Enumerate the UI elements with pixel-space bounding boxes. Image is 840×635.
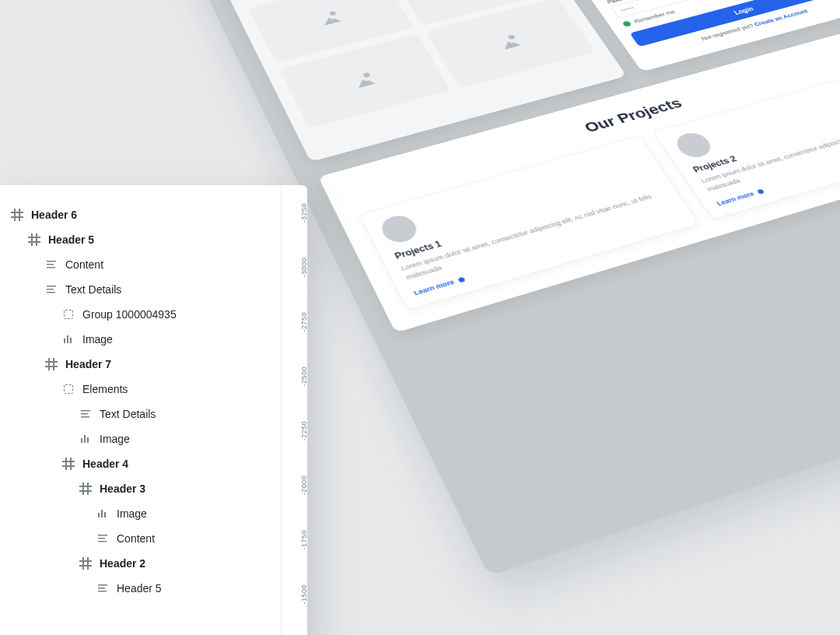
arrow-icon [757, 188, 765, 194]
lines-icon [45, 258, 58, 271]
layer-tree[interactable]: Header 6Header 5ContentText DetailsGroup… [0, 199, 299, 601]
ruler-tick: -2250 [300, 421, 307, 441]
lines-icon [45, 283, 58, 296]
arrow-icon [457, 276, 465, 282]
layer-row[interactable]: Elements [56, 377, 268, 402]
layers-panel[interactable]: Header 6Header 5ContentText DetailsGroup… [0, 185, 307, 635]
layer-row[interactable]: Text Details [73, 402, 268, 426]
frame-icon [28, 233, 40, 246]
layer-label: Elements [82, 383, 128, 395]
layer-label: Header 5 [117, 582, 162, 595]
layer-label: Header 4 [82, 458, 128, 470]
ruler-tick: -3250 [300, 203, 307, 223]
layer-label: Image [117, 507, 147, 520]
ruler-tick: -1500 [300, 584, 307, 605]
layer-row[interactable]: Content [90, 526, 268, 551]
layer-label: Text Details [100, 408, 156, 420]
layer-label: Content [65, 258, 103, 271]
layer-label: Header 3 [100, 482, 145, 495]
group-icon [62, 383, 75, 395]
frame-icon [11, 209, 23, 221]
avatar-placeholder [671, 130, 716, 161]
image-icon [318, 10, 342, 26]
layer-label: Content [117, 532, 155, 545]
password-placeholder: •••••• [619, 5, 635, 14]
layer-row[interactable]: Content [39, 252, 268, 277]
project-card[interactable]: Projects 1 Lorem ipsum dolor sit amet, c… [359, 135, 700, 310]
layer-label: Image [82, 333, 113, 346]
lines-icon [96, 582, 109, 595]
layer-row[interactable]: Group 1000004935 [56, 302, 268, 327]
avatar-placeholder [377, 212, 422, 246]
image-icon [96, 507, 109, 520]
group-icon [62, 308, 75, 321]
frame-icon [79, 557, 92, 570]
layer-label: Text Details [65, 283, 121, 296]
layer-row[interactable]: Header 6 [5, 202, 268, 227]
check-icon [622, 21, 632, 28]
layer-row[interactable]: Header 5 [22, 227, 268, 252]
frame-icon [45, 358, 58, 370]
ruler-tick: -2750 [300, 312, 307, 332]
image-icon [62, 333, 75, 346]
learn-label: Learn more [716, 191, 756, 207]
frame-icon [62, 458, 75, 470]
avatar-placeholder [240, 0, 278, 1]
layer-row[interactable]: Header 4 [56, 451, 268, 476]
layer-label: Header 6 [31, 209, 77, 221]
project-desc: Lorem ipsum dolor sit amet, consectetur … [400, 189, 672, 282]
image-icon [79, 433, 92, 445]
layer-row[interactable]: Header 5 [90, 576, 268, 601]
login-btn-label: Login [733, 6, 755, 16]
layer-row[interactable]: Image [56, 327, 268, 352]
image-icon [497, 33, 523, 49]
layer-label: Header 2 [100, 557, 145, 570]
layer-row[interactable]: Image [73, 426, 268, 451]
layer-row[interactable]: Header 7 [39, 352, 268, 377]
layer-label: Image [100, 433, 130, 445]
layer-row[interactable]: Header 2 [73, 551, 268, 576]
lines-icon [79, 408, 92, 420]
ruler-tick: -1750 [300, 530, 307, 550]
learn-label: Learn more [413, 279, 456, 296]
vertical-ruler: -3250-3000-2750-2500-2250-2000-1750-1500… [281, 185, 307, 635]
layer-row[interactable]: Header 3 [73, 476, 268, 501]
image-icon [352, 72, 378, 88]
layer-row[interactable]: Image [90, 501, 268, 526]
frame-icon [79, 482, 92, 495]
ruler-tick: -2500 [300, 367, 307, 387]
layer-label: Header 5 [48, 233, 94, 246]
lines-icon [96, 532, 109, 545]
layer-label: Group 1000004935 [82, 308, 177, 321]
layer-label: Header 7 [65, 358, 111, 370]
ruler-tick: -2000 [300, 475, 307, 496]
ruler-tick: -3000 [300, 258, 307, 278]
layer-row[interactable]: Text Details [39, 277, 268, 302]
